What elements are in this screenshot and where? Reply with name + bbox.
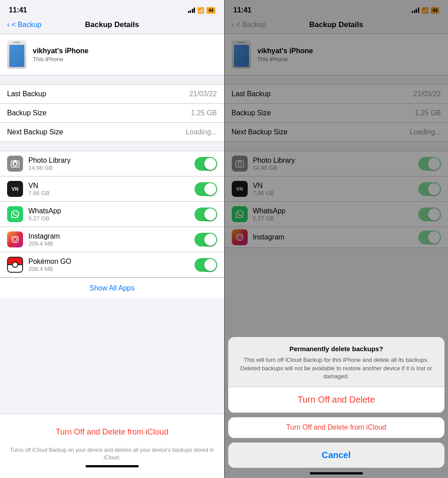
apps-section-left: Photo Library 14.98 GB VN VN 7.86 GB Wha… (0, 151, 224, 278)
toggle-vn-left[interactable] (195, 182, 217, 196)
device-info-left: vikhyat's iPhone This iPhone (33, 47, 89, 63)
action-sheet-bottom: Turn Off and Delete from iCloud (228, 417, 445, 438)
left-phone-screen: 11:41 📶 44 ‹ < Backup Backup Details vik… (0, 0, 224, 478)
dialog-title: Permanently delete backups? (235, 345, 438, 353)
toggle-pokemon-left[interactable] (195, 258, 217, 272)
app-name-vn-left: VN (28, 182, 189, 190)
app-info-vn-left: VN 7.86 GB (28, 182, 189, 196)
signal-icon-left (188, 8, 195, 13)
nav-bar-left: ‹ < Backup Backup Details (0, 17, 224, 34)
action-sheet: Permanently delete backups? This will tu… (225, 337, 448, 478)
back-label-left: < Backup (12, 21, 41, 29)
last-backup-label-left: Last Backup (7, 90, 46, 98)
app-name-pokemon-left: Pokémon GO (28, 258, 189, 266)
app-icon-pokemon-left (7, 257, 23, 273)
svg-point-6 (17, 237, 18, 238)
app-info-whatsapp-left: WhatsApp 5.27 GB (28, 207, 189, 222)
cancel-button[interactable]: Cancel (228, 443, 445, 468)
app-name-whatsapp-left: WhatsApp (28, 207, 189, 215)
app-row-pokemon-left: Pokémon GO 208.4 MB (0, 252, 224, 277)
app-name-instagram-left: Instagram (28, 232, 189, 240)
app-icon-vn-left: VN (7, 181, 23, 197)
next-backup-value-left: Loading... (186, 128, 217, 136)
app-size-instagram-left: 209.4 MB (28, 240, 189, 247)
status-time-left: 11:41 (9, 6, 27, 14)
home-indicator-left (86, 465, 139, 467)
turn-off-delete-button[interactable]: Turn Off and Delete (228, 387, 445, 413)
dialog-container: Permanently delete backups? This will tu… (228, 337, 445, 413)
app-row-whatsapp-left: WhatsApp 5.27 GB (0, 202, 224, 227)
chevron-left-icon: ‹ (7, 21, 9, 29)
status-bar-left: 11:41 📶 44 (0, 0, 224, 17)
device-name-left: vikhyat's iPhone (33, 47, 89, 55)
next-backup-label-left: Next Backup Size (7, 128, 63, 136)
svg-point-2 (13, 162, 17, 166)
turn-off-delete-icloud-button-left[interactable]: Turn Off and Delete from iCloud (7, 421, 217, 443)
svg-point-5 (13, 238, 17, 241)
app-info-photo-library-left: Photo Library 14.98 GB (28, 157, 189, 171)
toggle-whatsapp-left[interactable] (195, 208, 217, 221)
app-row-vn-left: VN VN 7.86 GB (0, 176, 224, 202)
backup-size-label-left: Backup Size (7, 109, 47, 117)
info-row-backup-size-left: Backup Size 1.25 GB (0, 104, 224, 123)
info-row-last-backup-left: Last Backup 21/03/22 (0, 85, 224, 104)
device-sub-left: This iPhone (33, 56, 89, 63)
dialog-message: This will turn off iCloud Backup for thi… (235, 356, 438, 380)
app-size-photo-library-left: 14.98 GB (28, 165, 189, 171)
app-icon-whatsapp-left (7, 206, 23, 222)
app-icon-photo-library-left (7, 156, 23, 172)
back-button-left[interactable]: ‹ < Backup (7, 21, 41, 29)
backup-size-value-left: 1.25 GB (191, 109, 217, 117)
action-section-left: Turn Off and Delete from iCloud Turns of… (0, 414, 224, 478)
cancel-container: Cancel (228, 443, 445, 468)
info-section-left: Last Backup 21/03/22 Backup Size 1.25 GB… (0, 84, 224, 142)
turn-off-delete-icloud-button-right[interactable]: Turn Off and Delete from iCloud (228, 417, 445, 438)
dialog-header: Permanently delete backups? This will tu… (228, 337, 445, 387)
app-size-whatsapp-left: 5.27 GB (28, 215, 189, 222)
last-backup-value-left: 21/03/22 (189, 90, 217, 98)
right-phone-screen: 11:41 📶 44 ‹ < Backup Backup Details vik… (224, 0, 448, 478)
info-row-next-backup-left: Next Backup Size Loading... (0, 123, 224, 141)
device-section-left: vikhyat's iPhone This iPhone (0, 34, 224, 75)
show-all-apps-left[interactable]: Show All Apps (0, 278, 224, 298)
home-indicator-right (310, 472, 363, 474)
svg-rect-3 (14, 160, 16, 161)
battery-left: 44 (206, 7, 215, 14)
status-icons-left: 📶 44 (188, 7, 215, 14)
device-icon-left (7, 40, 27, 69)
app-icon-instagram-left (7, 231, 23, 247)
app-size-pokemon-left: 208.4 MB (28, 266, 189, 272)
app-row-instagram-left: Instagram 209.4 MB (0, 227, 224, 252)
page-title-left: Backup Details (85, 20, 139, 29)
wifi-icon-left: 📶 (197, 7, 204, 14)
app-info-pokemon-left: Pokémon GO 208.4 MB (28, 258, 189, 272)
app-info-instagram-left: Instagram 209.4 MB (28, 232, 189, 247)
app-name-photo-library-left: Photo Library (28, 157, 189, 165)
toggle-instagram-left[interactable] (195, 233, 217, 247)
app-row-photo-library-left: Photo Library 14.98 GB (0, 151, 224, 176)
app-size-vn-left: 7.86 GB (28, 190, 189, 196)
toggle-photo-library-left[interactable] (195, 157, 217, 171)
action-subtext-left: Turns off iCloud Backup on your device a… (7, 447, 217, 462)
